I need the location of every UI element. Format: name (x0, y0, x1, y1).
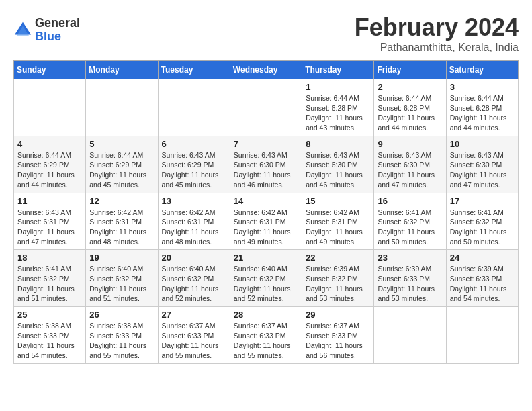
calendar-cell: 15Sunrise: 6:42 AMSunset: 6:31 PMDayligh… (302, 193, 374, 250)
day-info: Sunrise: 6:44 AMSunset: 6:29 PMDaylight:… (89, 150, 154, 190)
day-number: 19 (89, 253, 154, 263)
calendar-cell: 29Sunrise: 6:37 AMSunset: 6:33 PMDayligh… (302, 307, 374, 364)
calendar-cell (14, 79, 86, 136)
day-info: Sunrise: 6:43 AMSunset: 6:30 PMDaylight:… (450, 150, 515, 190)
weekday-header-sunday: Sunday (14, 61, 86, 79)
calendar-cell: 2Sunrise: 6:44 AMSunset: 6:28 PMDaylight… (374, 79, 446, 136)
calendar-week-5: 25Sunrise: 6:38 AMSunset: 6:33 PMDayligh… (14, 307, 519, 364)
day-info: Sunrise: 6:43 AMSunset: 6:30 PMDaylight:… (378, 150, 442, 190)
day-number: 18 (17, 253, 82, 263)
calendar-cell: 14Sunrise: 6:42 AMSunset: 6:31 PMDayligh… (230, 193, 302, 250)
day-info: Sunrise: 6:43 AMSunset: 6:30 PMDaylight:… (306, 150, 370, 190)
day-number: 9 (378, 139, 442, 149)
logo: General Blue (13, 17, 80, 44)
day-number: 20 (162, 253, 226, 263)
day-number: 15 (306, 196, 370, 206)
calendar-cell: 8Sunrise: 6:43 AMSunset: 6:30 PMDaylight… (302, 136, 374, 193)
day-info: Sunrise: 6:41 AMSunset: 6:32 PMDaylight:… (378, 208, 442, 247)
calendar-table: SundayMondayTuesdayWednesdayThursdayFrid… (13, 60, 519, 364)
day-number: 24 (450, 253, 515, 263)
logo-blue: Blue (35, 30, 80, 44)
day-info: Sunrise: 6:44 AMSunset: 6:28 PMDaylight:… (306, 93, 370, 133)
day-number: 4 (17, 139, 82, 149)
day-info: Sunrise: 6:42 AMSunset: 6:31 PMDaylight:… (234, 208, 298, 247)
logo-general: General (35, 17, 80, 30)
day-info: Sunrise: 6:38 AMSunset: 6:33 PMDaylight:… (17, 321, 82, 361)
day-number: 21 (234, 253, 298, 263)
day-number: 14 (234, 196, 298, 206)
weekday-header-tuesday: Tuesday (158, 61, 230, 79)
calendar-cell: 1Sunrise: 6:44 AMSunset: 6:28 PMDaylight… (302, 79, 374, 136)
title-area: February 2024 Pathanamthitta, Kerala, In… (355, 13, 519, 54)
month-title: February 2024 (355, 13, 519, 42)
day-info: Sunrise: 6:44 AMSunset: 6:28 PMDaylight:… (378, 93, 442, 133)
day-info: Sunrise: 6:43 AMSunset: 6:31 PMDaylight:… (17, 208, 82, 247)
day-number: 29 (306, 310, 370, 320)
weekday-header-thursday: Thursday (302, 61, 374, 79)
weekday-header-monday: Monday (86, 61, 158, 79)
day-number: 6 (162, 139, 226, 149)
calendar-cell: 19Sunrise: 6:40 AMSunset: 6:32 PMDayligh… (86, 250, 158, 307)
day-info: Sunrise: 6:41 AMSunset: 6:32 PMDaylight:… (450, 208, 515, 247)
day-info: Sunrise: 6:43 AMSunset: 6:30 PMDaylight:… (234, 150, 298, 190)
day-info: Sunrise: 6:40 AMSunset: 6:32 PMDaylight:… (162, 264, 226, 304)
day-number: 16 (378, 196, 442, 206)
calendar-cell (158, 79, 230, 136)
calendar-cell: 7Sunrise: 6:43 AMSunset: 6:30 PMDaylight… (230, 136, 302, 193)
calendar-cell (374, 307, 446, 364)
day-number: 26 (89, 310, 154, 320)
calendar-cell: 21Sunrise: 6:40 AMSunset: 6:32 PMDayligh… (230, 250, 302, 307)
location: Pathanamthitta, Kerala, India (355, 42, 519, 54)
day-number: 13 (162, 196, 226, 206)
weekday-header-row: SundayMondayTuesdayWednesdayThursdayFrid… (14, 61, 519, 79)
calendar-cell: 3Sunrise: 6:44 AMSunset: 6:28 PMDaylight… (446, 79, 518, 136)
calendar-cell: 27Sunrise: 6:37 AMSunset: 6:33 PMDayligh… (158, 307, 230, 364)
calendar-cell: 20Sunrise: 6:40 AMSunset: 6:32 PMDayligh… (158, 250, 230, 307)
day-number: 23 (378, 253, 442, 263)
calendar-cell: 11Sunrise: 6:43 AMSunset: 6:31 PMDayligh… (14, 193, 86, 250)
logo-text: General Blue (35, 17, 80, 44)
calendar-week-3: 11Sunrise: 6:43 AMSunset: 6:31 PMDayligh… (14, 193, 519, 250)
calendar-cell: 4Sunrise: 6:44 AMSunset: 6:29 PMDaylight… (14, 136, 86, 193)
day-number: 17 (450, 196, 515, 206)
calendar-week-2: 4Sunrise: 6:44 AMSunset: 6:29 PMDaylight… (14, 136, 519, 193)
logo-icon (13, 21, 32, 40)
calendar-cell (446, 307, 518, 364)
day-info: Sunrise: 6:37 AMSunset: 6:33 PMDaylight:… (162, 321, 226, 361)
day-info: Sunrise: 6:39 AMSunset: 6:33 PMDaylight:… (450, 264, 515, 304)
calendar-cell: 17Sunrise: 6:41 AMSunset: 6:32 PMDayligh… (446, 193, 518, 250)
calendar-cell: 23Sunrise: 6:39 AMSunset: 6:33 PMDayligh… (374, 250, 446, 307)
calendar-cell: 24Sunrise: 6:39 AMSunset: 6:33 PMDayligh… (446, 250, 518, 307)
day-number: 11 (17, 196, 82, 206)
day-number: 3 (450, 82, 515, 92)
calendar-cell: 16Sunrise: 6:41 AMSunset: 6:32 PMDayligh… (374, 193, 446, 250)
calendar-cell: 12Sunrise: 6:42 AMSunset: 6:31 PMDayligh… (86, 193, 158, 250)
calendar-cell: 6Sunrise: 6:43 AMSunset: 6:29 PMDaylight… (158, 136, 230, 193)
weekday-header-saturday: Saturday (446, 61, 518, 79)
day-info: Sunrise: 6:42 AMSunset: 6:31 PMDaylight:… (306, 208, 370, 247)
day-info: Sunrise: 6:39 AMSunset: 6:32 PMDaylight:… (306, 264, 370, 304)
day-info: Sunrise: 6:38 AMSunset: 6:33 PMDaylight:… (89, 321, 154, 361)
day-number: 22 (306, 253, 370, 263)
day-info: Sunrise: 6:40 AMSunset: 6:32 PMDaylight:… (234, 264, 298, 304)
day-number: 28 (234, 310, 298, 320)
day-info: Sunrise: 6:42 AMSunset: 6:31 PMDaylight:… (162, 208, 226, 247)
calendar-cell: 26Sunrise: 6:38 AMSunset: 6:33 PMDayligh… (86, 307, 158, 364)
day-info: Sunrise: 6:44 AMSunset: 6:28 PMDaylight:… (450, 93, 515, 133)
day-info: Sunrise: 6:43 AMSunset: 6:29 PMDaylight:… (162, 150, 226, 190)
day-info: Sunrise: 6:37 AMSunset: 6:33 PMDaylight:… (306, 321, 370, 361)
calendar-cell (86, 79, 158, 136)
day-number: 8 (306, 139, 370, 149)
day-number: 1 (306, 82, 370, 92)
day-info: Sunrise: 6:44 AMSunset: 6:29 PMDaylight:… (17, 150, 82, 190)
calendar-cell: 9Sunrise: 6:43 AMSunset: 6:30 PMDaylight… (374, 136, 446, 193)
day-info: Sunrise: 6:42 AMSunset: 6:31 PMDaylight:… (89, 208, 154, 247)
calendar-week-1: 1Sunrise: 6:44 AMSunset: 6:28 PMDaylight… (14, 79, 519, 136)
day-number: 27 (162, 310, 226, 320)
calendar-cell: 18Sunrise: 6:41 AMSunset: 6:32 PMDayligh… (14, 250, 86, 307)
weekday-header-wednesday: Wednesday (230, 61, 302, 79)
day-number: 7 (234, 139, 298, 149)
calendar-cell: 28Sunrise: 6:37 AMSunset: 6:33 PMDayligh… (230, 307, 302, 364)
page-header: General Blue February 2024 Pathanamthitt… (13, 13, 519, 54)
weekday-header-friday: Friday (374, 61, 446, 79)
